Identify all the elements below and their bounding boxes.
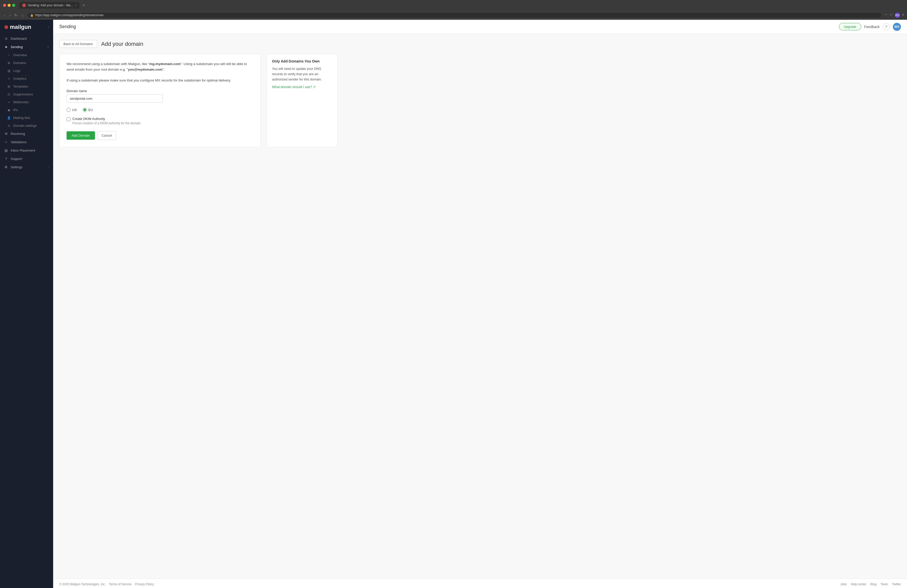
- sidebar-item-templates[interactable]: ⊞ Templates: [0, 82, 53, 90]
- chevron-down-icon: ∨: [47, 45, 49, 48]
- footer-help-link[interactable]: Help center: [851, 582, 866, 586]
- settings-icon: ⚙: [4, 165, 8, 169]
- maximize-dot[interactable]: [12, 4, 15, 7]
- domain-name-input[interactable]: [67, 95, 163, 103]
- sidebar-item-ips[interactable]: ◉ IPs: [0, 106, 53, 114]
- region-us-radio[interactable]: [67, 108, 71, 112]
- sidebar-item-overview[interactable]: ○ Overview: [0, 51, 53, 59]
- sidebar-subitem-label: IPs: [13, 108, 18, 112]
- sidebar-item-label: Settings: [11, 165, 46, 169]
- url-text: https://app.mailgun.com/app/sending/doma…: [35, 13, 104, 17]
- region-radio-group: US EU: [67, 108, 253, 112]
- sidebar-item-sending[interactable]: ➤ Sending ∨: [0, 43, 53, 51]
- sidebar-nav: ⊙ Dashboard ➤ Sending ∨ ○ Overview ⊕ Dom…: [0, 34, 53, 588]
- domain-settings-icon: ⊙: [7, 124, 11, 128]
- footer-privacy-link[interactable]: Privacy Policy: [135, 582, 154, 586]
- tab-favicon: [22, 3, 26, 7]
- sidebar-item-support[interactable]: ? Support: [0, 155, 53, 163]
- extensions-icon: ⋯: [884, 13, 888, 18]
- receiving-icon: ✉: [4, 132, 8, 136]
- user-avatar[interactable]: WS: [893, 23, 901, 31]
- forward-nav-button[interactable]: ›: [8, 13, 12, 18]
- sidebar-item-suppressions[interactable]: ⊡ Suppressions: [0, 90, 53, 98]
- sidebar-item-webhooks[interactable]: ∾ Webhooks: [0, 98, 53, 106]
- add-domain-form: We recommend using a subdomain with Mail…: [59, 54, 261, 147]
- dashboard-icon: ⊙: [4, 37, 8, 40]
- footer-twitter-link[interactable]: Twitter: [892, 582, 901, 586]
- help-button[interactable]: ?: [883, 23, 890, 30]
- minimize-dot[interactable]: [8, 4, 11, 7]
- sidebar-info-title: Only Add Domains You Own: [272, 59, 332, 63]
- sidebar-toggle-button[interactable]: ‹: [48, 25, 49, 29]
- extension-avatar[interactable]: WS: [895, 13, 900, 18]
- region-eu-radio[interactable]: [83, 108, 87, 112]
- refresh-nav-button[interactable]: ↻: [13, 13, 18, 18]
- upgrade-button[interactable]: Upgrade: [839, 23, 861, 30]
- sidebar-item-logs[interactable]: ▤ Logs: [0, 67, 53, 75]
- sidebar-info-text: You will need to update your DNS records…: [272, 66, 332, 82]
- logs-icon: ▤: [7, 69, 11, 73]
- dkim-checkbox[interactable]: [67, 117, 71, 121]
- footer-terms-link[interactable]: Terms of Service: [109, 582, 131, 586]
- form-actions: Add Domain Cancel: [67, 131, 253, 140]
- cancel-button[interactable]: Cancel: [98, 131, 116, 140]
- bookmark-icon[interactable]: ☆: [889, 13, 893, 18]
- sidebar-item-validations[interactable]: ✓ Validations: [0, 138, 53, 146]
- sidebar-item-domain-settings[interactable]: ⊙ Domain settings: [0, 122, 53, 130]
- chevron-right-icon: ›: [48, 166, 49, 169]
- region-eu-text: EU: [88, 108, 93, 112]
- dkim-text-group: Create DKIM Authority Forces creation of…: [72, 117, 141, 125]
- dkim-label-text: Create DKIM Authority: [72, 117, 141, 121]
- close-dot[interactable]: [3, 4, 6, 7]
- sidebar-item-mailing-lists[interactable]: 👤 Mailing lists: [0, 114, 53, 122]
- suppressions-icon: ⊡: [7, 93, 11, 96]
- more-options-icon[interactable]: ≡: [902, 13, 904, 18]
- sidebar-item-label: Support: [11, 157, 49, 161]
- sidebar-subitem-label: Suppressions: [13, 92, 33, 96]
- back-to-all-domains-button[interactable]: Back to All Domains: [59, 40, 97, 48]
- add-domain-button[interactable]: Add Domain: [67, 131, 95, 139]
- sidebar-item-inbox-placement[interactable]: ▤ Inbox Placement: [0, 146, 53, 155]
- sidebar-subitem-label: Overview: [13, 53, 27, 57]
- logo: ⊛ mailgun: [4, 24, 31, 30]
- templates-icon: ⊞: [7, 85, 11, 88]
- footer-team-link[interactable]: Team: [880, 582, 888, 586]
- sidebar-item-label: Sending: [11, 45, 45, 49]
- new-tab-button[interactable]: +: [82, 3, 85, 8]
- sidebar-item-analytics[interactable]: ∿ Analytics: [0, 75, 53, 82]
- footer-blog-link[interactable]: Blog: [870, 582, 877, 586]
- feedback-button[interactable]: Feedback: [864, 25, 880, 29]
- back-nav-button[interactable]: ‹: [3, 13, 6, 18]
- webhooks-icon: ∾: [7, 101, 11, 104]
- validations-icon: ✓: [4, 140, 8, 144]
- sidebar-item-settings[interactable]: ⚙ Settings ›: [0, 163, 53, 171]
- sidebar-item-domains[interactable]: ⊕ Domains: [0, 59, 53, 67]
- dkim-label[interactable]: Create DKIM Authority Forces creation of…: [67, 117, 253, 125]
- info-sidebar: Only Add Domains You Own You will need t…: [267, 54, 338, 147]
- mailing-lists-icon: 👤: [7, 116, 11, 120]
- sidebar-item-label: Receiving: [11, 132, 49, 136]
- domains-icon: ⊕: [7, 61, 11, 65]
- sidebar-item-receiving[interactable]: ✉ Receiving: [0, 130, 53, 138]
- sending-icon: ➤: [4, 45, 8, 49]
- tab-close-button[interactable]: ×: [75, 4, 77, 7]
- address-bar[interactable]: 🔒 https://app.mailgun.com/app/sending/do…: [27, 12, 882, 18]
- footer-left: © 2020 Mailgun Technologies, Inc. Terms …: [59, 582, 154, 586]
- sidebar-subitem-label: Logs: [13, 69, 20, 73]
- footer-jobs-link[interactable]: Jobs: [840, 582, 847, 586]
- sidebar: ⊛ mailgun ‹ ⊙ Dashboard ➤ Sending ∨ ○ Ov…: [0, 20, 53, 588]
- main: Sending Upgrade Feedback ? WS Back to Al…: [53, 20, 907, 588]
- info-highlight-email: you@mydomain.com: [128, 67, 162, 71]
- browser-tab[interactable]: Sending: Add your domain - Ma... ×: [19, 2, 80, 9]
- region-eu-label[interactable]: EU: [83, 108, 93, 112]
- sidebar-item-dashboard[interactable]: ⊙ Dashboard: [0, 34, 53, 43]
- sidebar-subitem-label: Templates: [13, 85, 28, 88]
- dkim-desc-text: Forces creation of a DKIM authority for …: [72, 122, 141, 125]
- what-domain-link[interactable]: What domain should I use? ↗: [272, 85, 332, 89]
- domain-name-label: Domain name: [67, 89, 253, 93]
- home-nav-button[interactable]: ⌂: [21, 13, 24, 18]
- region-us-label[interactable]: US: [67, 108, 77, 112]
- tab-title: Sending: Add your domain - Ma...: [28, 3, 73, 7]
- ips-icon: ◉: [7, 108, 11, 112]
- lock-icon: 🔒: [30, 14, 34, 17]
